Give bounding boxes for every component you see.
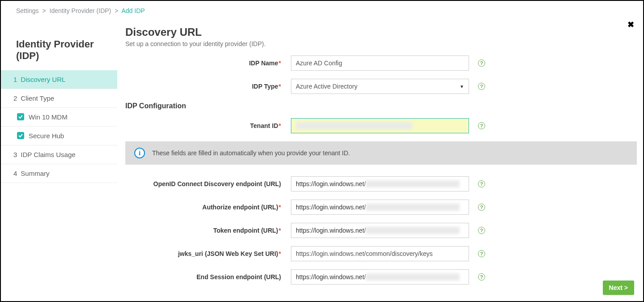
step-number: 4 bbox=[13, 170, 17, 177]
authorize-endpoint-input[interactable]: https://login.windows.net/ bbox=[291, 200, 469, 215]
help-icon[interactable]: ? bbox=[478, 83, 485, 90]
breadcrumb-item-settings[interactable]: Settings bbox=[16, 7, 39, 14]
step-number: 2 bbox=[13, 94, 17, 102]
wizard-sidebar: Identity Provider (IDP) 1Discovery URL 2… bbox=[1, 18, 117, 293]
step-client-type[interactable]: 2Client Type bbox=[1, 89, 117, 108]
idp-type-select[interactable]: Azure Active Directory ▼ bbox=[291, 79, 469, 94]
label-idp-type: IDP Type* bbox=[125, 83, 291, 90]
substep-secure-hub[interactable]: Secure Hub bbox=[1, 127, 117, 145]
help-icon[interactable]: ? bbox=[478, 250, 485, 257]
label-jwks: jwks_uri (JSON Web Key Set URI)* bbox=[125, 250, 291, 257]
label-openid-discovery: OpenID Connect Discovery endpoint (URL) bbox=[125, 180, 291, 187]
page-subtitle: Set up a connection to your identity pro… bbox=[125, 40, 637, 47]
step-label: Discovery URL bbox=[21, 76, 65, 83]
substep-label: Win 10 MDM bbox=[29, 113, 68, 121]
step-label: Summary bbox=[21, 170, 49, 177]
label-authorize: Authorize endpoint (URL)* bbox=[125, 204, 291, 211]
openid-discovery-input[interactable]: https://login.windows.net/ bbox=[291, 176, 469, 191]
help-icon[interactable]: ? bbox=[478, 204, 485, 211]
checkbox-checked-icon bbox=[17, 113, 24, 120]
breadcrumb-separator: > bbox=[115, 7, 118, 14]
info-icon: i bbox=[134, 148, 145, 158]
page-title: Discovery URL bbox=[125, 26, 637, 38]
close-icon[interactable]: ✖ bbox=[627, 20, 634, 30]
step-label: IDP Claims Usage bbox=[21, 151, 75, 158]
step-number: 1 bbox=[13, 76, 17, 83]
substep-label: Secure Hub bbox=[29, 132, 64, 140]
tenant-id-input[interactable] bbox=[291, 118, 469, 133]
breadcrumb-separator: > bbox=[42, 7, 46, 14]
end-session-input[interactable]: https://login.windows.net/ bbox=[291, 269, 469, 285]
label-token: Token endpoint (URL)* bbox=[125, 227, 291, 234]
info-text: These fields are filled in automatically… bbox=[152, 149, 350, 157]
sidebar-title: Identity Provider (IDP) bbox=[1, 38, 117, 70]
help-icon[interactable]: ? bbox=[478, 122, 485, 129]
step-label: Client Type bbox=[21, 94, 54, 102]
jwks-uri-input[interactable]: https://login.windows.net/common/discove… bbox=[291, 246, 469, 261]
help-icon[interactable]: ? bbox=[478, 273, 485, 281]
label-idp-name: IDP Name* bbox=[125, 60, 291, 67]
help-icon[interactable]: ? bbox=[478, 60, 485, 67]
section-heading-idp-config: IDP Configuration bbox=[125, 102, 637, 110]
breadcrumb: Settings > Identity Provider (IDP) > Add… bbox=[1, 1, 643, 18]
chevron-down-icon: ▼ bbox=[460, 84, 464, 89]
main-panel: ✖ Discovery URL Set up a connection to y… bbox=[117, 18, 643, 293]
info-banner: i These fields are filled in automatical… bbox=[125, 141, 637, 165]
help-icon[interactable]: ? bbox=[478, 227, 485, 234]
step-summary[interactable]: 4Summary bbox=[1, 164, 117, 183]
substep-win10-mdm[interactable]: Win 10 MDM bbox=[1, 108, 117, 127]
label-end-session: End Session endpoint (URL) bbox=[125, 273, 291, 281]
breadcrumb-item-add-idp: Add IDP bbox=[121, 7, 145, 14]
breadcrumb-item-idp[interactable]: Identity Provider (IDP) bbox=[50, 7, 111, 14]
step-discovery-url[interactable]: 1Discovery URL bbox=[1, 70, 117, 89]
help-icon[interactable]: ? bbox=[478, 180, 485, 187]
next-button[interactable]: Next > bbox=[603, 281, 634, 295]
token-endpoint-input[interactable]: https://login.windows.net/ bbox=[291, 223, 469, 238]
step-number: 3 bbox=[13, 151, 17, 158]
label-tenant-id: Tenant ID* bbox=[125, 122, 291, 129]
idp-name-input[interactable]: Azure AD Config bbox=[291, 55, 469, 71]
checkbox-checked-icon bbox=[17, 132, 24, 139]
step-idp-claims[interactable]: 3IDP Claims Usage bbox=[1, 145, 117, 164]
